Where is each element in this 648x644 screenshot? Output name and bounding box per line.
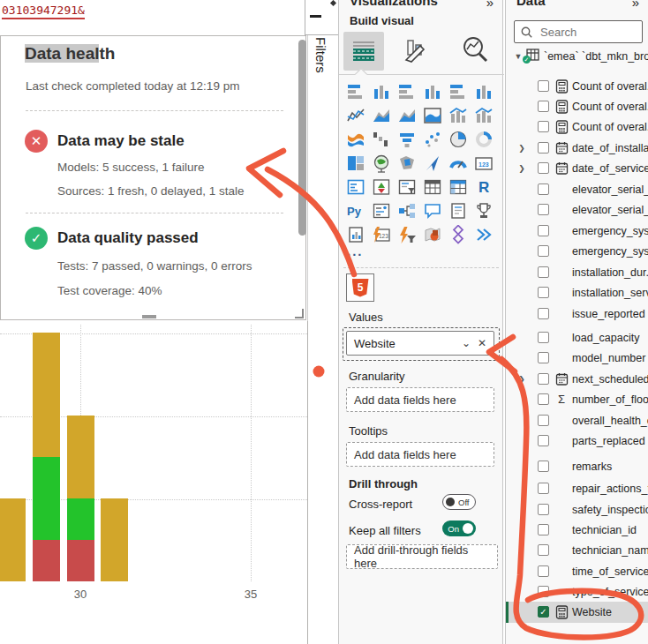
hundred-percent-stacked-column-chart-icon[interactable] [473, 81, 494, 101]
bar-segment-red[interactable] [33, 540, 60, 581]
checkbox[interactable] [538, 524, 549, 535]
field-row-count-of-overal[interactable]: Count of overal... [506, 96, 648, 116]
field-row-time-of-service[interactable]: time_of_service [506, 561, 648, 581]
field-row-repair-actions-t[interactable]: repair_actions_t... [506, 478, 648, 498]
search-input[interactable] [539, 25, 630, 40]
checkbox[interactable] [538, 461, 549, 472]
power-automate-icon[interactable] [473, 224, 494, 244]
arcgis-map-icon[interactable] [422, 224, 442, 244]
field-row-safety-inspectio[interactable]: safety_inspectio... [506, 499, 648, 520]
field-row-elevator-serial[interactable]: elevator_serial_... [506, 179, 648, 199]
filters-pane-label[interactable]: Filters [313, 37, 328, 73]
treemap-icon[interactable] [345, 153, 365, 173]
line-chart-icon[interactable] [345, 105, 365, 125]
checkbox[interactable] [538, 544, 549, 556]
chevron-right-icon[interactable]: ❯ [515, 144, 529, 153]
field-row-installation-serv[interactable]: installation_serv... [506, 282, 648, 303]
key-influencers-icon[interactable] [371, 200, 391, 221]
remove-field-icon[interactable]: ✕ [478, 337, 486, 349]
checkbox[interactable] [538, 308, 549, 319]
collapse-pane-icon[interactable]: » [632, 0, 639, 10]
field-row-count-of-overal[interactable]: Count of overal... [506, 116, 648, 137]
checkbox[interactable] [538, 393, 549, 405]
dynamic-card-icon[interactable]: 123 [371, 224, 391, 244]
donut-chart-icon[interactable] [473, 129, 494, 149]
dynamic-filter-icon[interactable] [396, 224, 417, 244]
kpi-icon[interactable] [371, 176, 391, 197]
bar-segment-red[interactable] [67, 540, 94, 581]
bar-segment-gold[interactable] [33, 333, 60, 457]
checkbox[interactable] [538, 435, 549, 446]
pie-chart-icon[interactable] [448, 129, 468, 149]
funnel-chart-icon[interactable] [396, 129, 417, 149]
paginated-report-icon[interactable] [345, 224, 365, 244]
bar-segment-gold[interactable] [0, 498, 26, 581]
field-row-load-capacity[interactable]: load_capacity [506, 327, 648, 348]
field-row-installation-dur[interactable]: installation_dur... [506, 262, 648, 282]
field-row-technician-id[interactable]: technician_id [506, 520, 648, 540]
drill-through-field-well[interactable]: Add drill-through fields here [346, 544, 498, 569]
slicer-icon[interactable] [396, 176, 417, 197]
scatter-chart-icon[interactable] [422, 129, 442, 149]
gauge-icon[interactable] [448, 153, 468, 173]
field-row-issue-reported[interactable]: issue_reported [506, 303, 648, 324]
checkbox[interactable] [538, 204, 549, 215]
stacked-bar-chart-icon[interactable] [345, 81, 365, 101]
field-row-emergency-syst[interactable]: emergency_syst... [506, 241, 648, 261]
checkbox[interactable] [538, 373, 549, 385]
python-visual-icon[interactable]: Py [345, 200, 365, 221]
checkbox[interactable] [538, 332, 549, 343]
checkbox[interactable] [538, 565, 549, 577]
decomposition-tree-icon[interactable] [396, 200, 417, 221]
field-row-technician-name[interactable]: technician_name [506, 540, 648, 560]
more-visuals-button[interactable]: ... [347, 243, 364, 258]
table-tree-root[interactable]: ▼ ✓ `emea` `dbt_mkn_bron... [506, 46, 648, 66]
field-row-parts-replaced[interactable]: parts_replaced [506, 431, 648, 451]
checkbox[interactable] [538, 287, 549, 298]
stacked-column-chart-visual[interactable]: 3035 [0, 321, 308, 644]
field-row-elevator-serial[interactable]: elevator_serial_... [506, 199, 648, 220]
line-and-clustered-column-chart-icon[interactable] [473, 105, 494, 125]
matrix-icon[interactable] [448, 176, 468, 197]
collapse-pane-icon[interactable]: » [486, 0, 494, 10]
bar-segment-gold[interactable] [101, 498, 128, 581]
search-box[interactable] [514, 20, 643, 43]
clustered-column-chart-icon[interactable] [422, 81, 442, 101]
checkbox[interactable] [538, 266, 549, 278]
area-chart-icon[interactable] [371, 105, 391, 125]
chevron-right-icon[interactable]: ❯ [515, 164, 529, 173]
hundred-percent-stacked-bar-chart-icon[interactable] [448, 81, 468, 101]
field-row-number-of-floo[interactable]: Σnumber_of_floo... [506, 389, 648, 409]
tooltip-vertical-scrollbar[interactable] [298, 40, 306, 236]
metrics-icon[interactable] [473, 200, 494, 221]
tab-build-visual[interactable] [343, 32, 384, 71]
bar-segment-gold[interactable] [67, 416, 94, 498]
r-script-visual-icon[interactable]: R [473, 176, 494, 197]
checkbox[interactable] [538, 142, 549, 154]
stacked-area-chart-icon[interactable] [396, 105, 417, 125]
card-icon[interactable]: 123 [473, 153, 494, 173]
checkbox[interactable] [538, 586, 549, 597]
values-field-well[interactable]: Website ⌄ ✕ [346, 331, 494, 356]
chevron-down-icon[interactable]: ⌄ [462, 337, 471, 349]
q-and-a-icon[interactable] [422, 200, 442, 221]
checkbox[interactable] [538, 352, 549, 363]
granularity-field-well[interactable]: Add data fields here [346, 387, 494, 412]
checkbox[interactable] [538, 483, 549, 494]
line-and-stacked-column-chart-icon[interactable] [448, 105, 468, 125]
azure-map-icon[interactable] [422, 153, 442, 173]
waterfall-chart-icon[interactable] [371, 129, 391, 149]
field-row-date-of-installa[interactable]: ❯date_of_installa... [506, 138, 648, 158]
map-icon[interactable] [371, 153, 391, 173]
field-row-website[interactable]: ✓Website [506, 602, 648, 622]
cross-report-toggle[interactable]: Off [442, 494, 476, 510]
checkbox[interactable] [538, 504, 549, 515]
field-row-overall-health-c[interactable]: overall_health_c... [506, 410, 648, 431]
checkbox[interactable] [538, 183, 549, 195]
checkbox[interactable] [538, 101, 549, 112]
checkbox-checked[interactable]: ✓ [538, 606, 549, 618]
field-row-model-number[interactable]: model_number [506, 348, 648, 368]
tab-format-visual[interactable] [403, 37, 429, 67]
tab-analytics[interactable] [461, 35, 489, 67]
ribbon-wave-chart-icon[interactable] [422, 105, 442, 125]
